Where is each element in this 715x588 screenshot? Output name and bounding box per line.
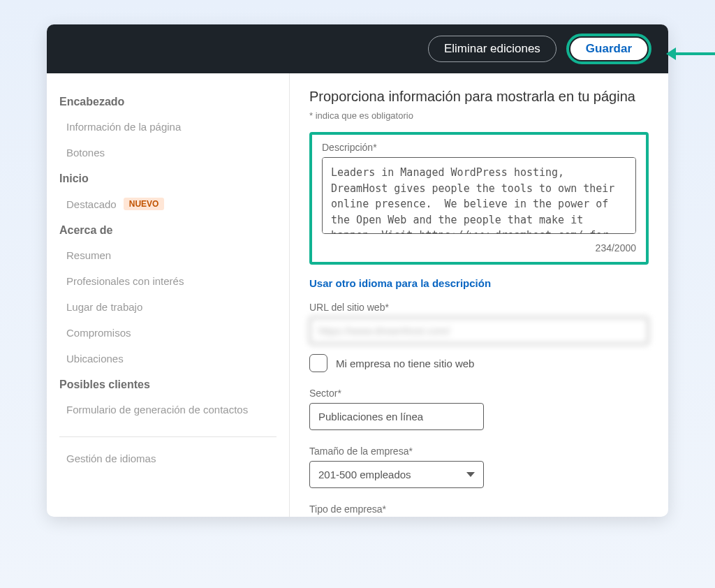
sector-input[interactable] — [309, 403, 484, 430]
arrow-left-icon — [666, 47, 676, 60]
type-label: Tipo de empresa* — [309, 504, 649, 515]
size-value: 201-500 empleados — [318, 469, 411, 480]
sidebar-item-locations[interactable]: Ubicaciones — [59, 346, 277, 372]
section-leads: Posibles clientes — [59, 378, 277, 391]
discard-button[interactable]: Eliminar ediciones — [428, 36, 556, 62]
no-website-checkbox[interactable] — [309, 354, 327, 372]
page-title: Proporciona información para mostrarla e… — [309, 89, 649, 105]
callout-arrow — [666, 47, 715, 60]
sidebar-item-buttons[interactable]: Botones — [59, 140, 277, 166]
type-field: Tipo de empresa* Empresa privada — [309, 504, 649, 517]
save-button[interactable]: Guardar — [570, 38, 647, 60]
size-label: Tamaño de la empresa* — [309, 446, 649, 457]
size-select[interactable]: 201-500 empleados — [309, 461, 484, 488]
no-website-row: Mi empresa no tiene sitio web — [309, 354, 649, 372]
sidebar-item-label: Destacado — [66, 198, 117, 210]
sidebar-item-workplace[interactable]: Lugar de trabajo — [59, 294, 277, 320]
new-badge: NUEVO — [124, 198, 165, 210]
modal-body: Encabezado Información de la página Boto… — [47, 73, 668, 517]
description-textarea[interactable] — [322, 157, 636, 234]
description-highlight: Descripción* 234/2000 — [309, 132, 649, 265]
section-header: Encabezado — [59, 96, 277, 108]
sidebar-item-summary[interactable]: Resumen — [59, 242, 277, 268]
divider — [59, 436, 277, 437]
sidebar-item-page-info[interactable]: Información de la página — [59, 114, 277, 140]
main-panel[interactable]: Proporciona información para mostrarla e… — [290, 73, 668, 517]
chevron-down-icon — [466, 472, 475, 477]
sidebar-item-languages[interactable]: Gestión de idiomas — [59, 446, 277, 471]
sidebar-item-leadgen[interactable]: Formulario de generación de contactos — [59, 397, 277, 422]
section-about: Acerca de — [59, 224, 277, 237]
description-label: Descripción* — [322, 142, 636, 153]
section-home: Inicio — [59, 172, 277, 185]
sidebar-item-professionals[interactable]: Profesionales con interés — [59, 268, 277, 294]
sidebar[interactable]: Encabezado Información de la página Boto… — [47, 73, 290, 517]
save-button-highlight: Guardar — [566, 34, 651, 64]
website-field: URL del sitio web* Mi empresa no tiene s… — [309, 302, 649, 372]
arrow-line — [676, 52, 715, 55]
website-label: URL del sitio web* — [309, 302, 649, 313]
sidebar-item-commitments[interactable]: Compromisos — [59, 320, 277, 346]
modal-header: Eliminar ediciones Guardar — [47, 24, 668, 73]
required-note: * indica que es obligatorio — [309, 110, 649, 121]
char-counter: 234/2000 — [322, 242, 636, 253]
size-field: Tamaño de la empresa* 201-500 empleados — [309, 446, 649, 488]
website-input[interactable] — [309, 317, 649, 344]
no-website-label: Mi empresa no tiene sitio web — [336, 358, 474, 369]
sector-field: Sector* — [309, 388, 649, 430]
alt-language-link[interactable]: Usar otro idioma para la descripción — [309, 277, 491, 289]
sector-label: Sector* — [309, 388, 649, 399]
sidebar-item-featured[interactable]: Destacado NUEVO — [59, 191, 277, 217]
edit-page-modal: Eliminar ediciones Guardar Encabezado In… — [47, 24, 668, 517]
